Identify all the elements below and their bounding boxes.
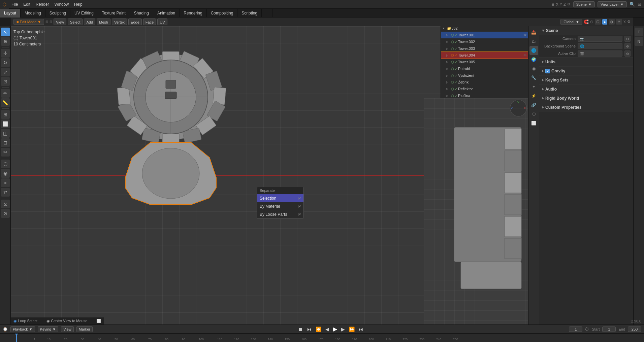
play-btn[interactable]: ▶ <box>332 326 338 332</box>
tool-inset[interactable]: ⬜ <box>1 119 10 128</box>
outliner-tower002[interactable]: ▷ ⬡ ✓ Tower.002 <box>441 38 528 45</box>
tool-measure[interactable]: 📏 <box>1 98 10 107</box>
outliner-potrubi[interactable]: ▷ ⬡ ✓ Potrubi <box>441 65 528 72</box>
topbar-filter-icon[interactable]: ⊟ <box>638 2 641 7</box>
next-keyframe-btn[interactable]: ▶ <box>341 327 346 332</box>
options-icon[interactable]: ⚙ <box>627 20 631 24</box>
scene-selector[interactable]: Scene ▼ <box>573 1 595 7</box>
outliner-zebrik[interactable]: ▷ ⬡ ✓ Žebřík <box>441 79 528 86</box>
snap-icon[interactable]: 🧲 <box>584 20 589 24</box>
tool-scale[interactable]: ⤢ <box>1 68 10 76</box>
tool-loop-cut[interactable]: ⊟ <box>1 138 10 147</box>
face-menu[interactable]: Face <box>143 19 156 25</box>
edge-menu[interactable]: Edge <box>128 19 142 25</box>
mesh-menu[interactable]: Mesh <box>97 19 110 25</box>
outliner-reflektor[interactable]: ▷ ⬡ ✓ Reflektor <box>441 86 528 92</box>
outliner-tower004[interactable]: ▷ ⬡ ✓ Tower.004 👁 <box>441 52 528 59</box>
marker-dropdown[interactable]: Marker <box>76 326 93 332</box>
solid-btn[interactable]: ● <box>602 19 607 25</box>
tool-select[interactable]: ↖ <box>1 28 10 36</box>
props-view-layer-icon[interactable]: 🗂 <box>529 37 538 46</box>
add-menu[interactable]: Add <box>84 19 95 25</box>
props-constraints-icon[interactable]: 🔗 <box>529 101 538 109</box>
camera-input[interactable]: 📷 <box>578 36 622 42</box>
active-clip-btn[interactable]: ⊙ <box>624 50 631 57</box>
props-modifier-icon[interactable]: 🔧 <box>529 73 538 82</box>
menu-edit[interactable]: Edit <box>21 0 33 9</box>
secondary-viewport-gizmo[interactable]: X Y Z <box>510 100 527 116</box>
gravity-section-header[interactable]: ✓ Gravity <box>539 67 633 75</box>
prev-keyframe-btn[interactable]: ◀ <box>325 327 330 332</box>
tool-shear[interactable]: ⧖ <box>1 200 10 208</box>
props-object-icon[interactable]: ◉ <box>529 64 538 73</box>
keying-dropdown[interactable]: Keying ▼ <box>38 326 59 332</box>
rendered-btn[interactable]: ☀ <box>616 19 622 25</box>
eye-icon-t4[interactable]: 👁 <box>523 54 527 57</box>
tool-knife[interactable]: ✂ <box>1 148 10 157</box>
scene-section-header[interactable]: Scene <box>539 26 633 35</box>
camera-btn[interactable]: ⊙ <box>624 36 631 42</box>
props-world-icon[interactable]: 🌍 <box>529 55 538 64</box>
prev-frame-btn[interactable]: ⏪ <box>315 327 322 332</box>
tool-smooth[interactable]: ≈ <box>1 178 10 187</box>
xray-icon[interactable]: X <box>623 20 626 24</box>
menu-render[interactable]: Render <box>33 0 52 9</box>
tab-scripting[interactable]: Scripting <box>237 9 262 18</box>
tab-add[interactable]: + <box>262 9 272 18</box>
outliner-tower005[interactable]: ▷ ⬡ ✓ Tower.005 <box>441 59 528 65</box>
start-frame-input[interactable]: 1 <box>602 327 616 332</box>
tool-rip[interactable]: ⊘ <box>1 209 10 218</box>
end-frame-input[interactable]: 250 <box>628 327 641 332</box>
transform-orientation[interactable]: Global ▼ <box>560 19 582 25</box>
tool-bevel[interactable]: ◫ <box>1 129 10 138</box>
current-frame-input[interactable]: 1 <box>569 327 582 332</box>
context-menu-selection[interactable]: Selection P <box>257 194 303 202</box>
tool-cursor[interactable]: ⊕ <box>1 37 10 46</box>
stop-btn[interactable]: ⏹ <box>297 327 303 332</box>
tab-modeling[interactable]: Modeling <box>21 9 45 18</box>
tab-layout[interactable]: Layout <box>0 9 21 18</box>
outliner-tower003[interactable]: ▷ ⬡ ✓ Tower.003 <box>441 45 528 52</box>
timeline-ruler[interactable]: 1 10 20 30 40 50 60 70 80 90 100 110 120… <box>0 334 644 342</box>
tower-object[interactable] <box>85 43 257 232</box>
props-scene-icon[interactable]: 🌐 <box>529 46 538 55</box>
overlay-toggle[interactable]: ⊟ <box>50 20 52 24</box>
next-frame-btn[interactable]: ⏩ <box>348 327 355 332</box>
view-dropdown[interactable]: View <box>61 326 74 332</box>
material-btn[interactable]: ◑ <box>609 19 615 25</box>
view-layer-selector[interactable]: View Layer ▼ <box>598 1 627 7</box>
active-clip-input[interactable]: 🎬 <box>578 50 622 57</box>
jump-start-btn[interactable]: ⏮ <box>306 327 312 332</box>
secondary-viewport[interactable]: X Y Z <box>424 98 528 324</box>
tool-extrude[interactable]: ⊞ <box>1 110 10 119</box>
menu-help[interactable]: Help <box>71 0 85 9</box>
props-particles-icon[interactable]: ✦ <box>529 82 538 91</box>
tool-spin[interactable]: ◉ <box>1 169 10 178</box>
jump-end-btn[interactable]: ⏭ <box>358 327 364 332</box>
context-menu-by-material[interactable]: By Material P <box>257 202 303 210</box>
props-physics-icon[interactable]: ⚡ <box>529 92 538 100</box>
gravity-checkbox[interactable]: ✓ <box>545 69 550 73</box>
bg-scene-btn[interactable]: ⊙ <box>624 43 631 49</box>
outliner-plosina[interactable]: ▷ ⬡ ✓ Plošina <box>441 92 528 98</box>
props-data-icon[interactable]: ⬡ <box>529 110 538 118</box>
tool-annotate[interactable]: ✏ <box>1 89 10 98</box>
tab-animation[interactable]: Animation <box>153 9 180 18</box>
props-material-icon[interactable]: ⬜ <box>529 119 538 128</box>
vertex-menu[interactable]: Vertex <box>112 19 127 25</box>
tab-uv-editing[interactable]: UV Editing <box>70 9 98 18</box>
tab-sculpting[interactable]: Sculpting <box>45 9 70 18</box>
uv-menu[interactable]: UV <box>157 19 167 25</box>
tab-shading[interactable]: Shading <box>130 9 153 18</box>
tab-compositing[interactable]: Compositing <box>207 9 238 18</box>
wireframe-btn[interactable]: ⬡ <box>595 19 601 25</box>
tab-rendering[interactable]: Rendering <box>180 9 206 18</box>
units-section-header[interactable]: Units <box>539 58 633 66</box>
keying-sets-section-header[interactable]: Keying Sets <box>539 76 633 84</box>
menu-window[interactable]: Window <box>52 0 71 9</box>
tab-texture-paint[interactable]: Texture Paint <box>98 9 130 18</box>
outliner-tower001[interactable]: ▷ ⬡ ✓ Tower.001 👁 <box>441 32 528 38</box>
proportional-icon[interactable]: ⊙ <box>590 20 593 24</box>
tool-transform[interactable]: ⊡ <box>1 77 10 86</box>
playhead[interactable] <box>16 334 17 342</box>
